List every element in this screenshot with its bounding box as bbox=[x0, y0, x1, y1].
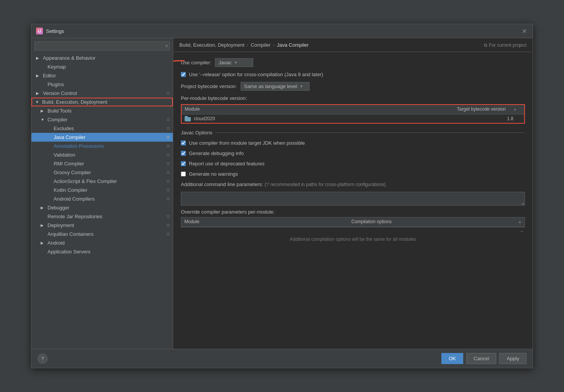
sidebar-item-android-compilers[interactable]: Android Compilers ⧉ bbox=[31, 194, 173, 203]
dropdown-arrow-icon: ▼ bbox=[234, 60, 238, 65]
copy-icon: ⧉ bbox=[167, 232, 170, 237]
release-option-checkbox[interactable] bbox=[181, 72, 186, 77]
breadcrumb-part-2: Compiler bbox=[251, 42, 271, 48]
override-controls: − bbox=[181, 228, 525, 234]
search-input[interactable] bbox=[34, 41, 170, 51]
debugging-info-checkbox[interactable] bbox=[181, 151, 186, 156]
sidebar-item-actionscript-compiler[interactable]: ActionScript & Flex Compiler ⧉ bbox=[31, 177, 173, 186]
sidebar-item-label: Deployment bbox=[48, 222, 74, 228]
additional-params-hint: ('/' recommended in paths for cross-plat… bbox=[265, 182, 386, 187]
override-table: Module Compilation options + bbox=[181, 217, 525, 227]
sidebar-item-label: ActionScript & Flex Compiler bbox=[54, 178, 117, 184]
apply-button[interactable]: Apply bbox=[499, 353, 526, 364]
module-table: Module Target bytecode version + cloud20… bbox=[181, 104, 525, 124]
override-add-button[interactable]: + bbox=[518, 219, 521, 225]
sidebar-item-arquillian[interactable]: Arquillian Containers ⧉ bbox=[31, 230, 173, 238]
sidebar-item-build-tools[interactable]: ▶ Build Tools bbox=[31, 106, 173, 115]
resize-handle: ⤡ bbox=[521, 202, 524, 206]
ok-button[interactable]: OK bbox=[441, 353, 463, 364]
sidebar-item-remote-jar[interactable]: Remote Jar Repositories ⧉ bbox=[31, 212, 173, 221]
compiler-dropdown[interactable]: Javac ▼ bbox=[215, 58, 253, 67]
sidebar-item-appearance[interactable]: ▶ Appearance & Behavior bbox=[31, 54, 173, 62]
copy-icon: ⧉ bbox=[167, 188, 170, 193]
breadcrumb-current: Java Compiler bbox=[277, 42, 309, 48]
sidebar-item-groovy-compiler[interactable]: Groovy Compiler ⧉ bbox=[31, 168, 173, 177]
arrow-icon: ▼ bbox=[41, 118, 46, 122]
report-deprecated-label: Report use of deprecated features bbox=[189, 161, 264, 167]
no-warnings-checkbox[interactable] bbox=[181, 172, 186, 176]
help-button[interactable]: ? bbox=[38, 354, 48, 364]
table-row[interactable]: cloud2020 1.8 bbox=[182, 114, 524, 123]
folder-icon bbox=[185, 116, 191, 121]
use-compiler-from-module-row: Use compiler from module target JDK when… bbox=[181, 140, 525, 146]
copy-icon: ⧉ bbox=[167, 161, 170, 166]
release-option-row: Use '--release' option for cross-compila… bbox=[181, 72, 525, 77]
sidebar-item-java-compiler[interactable]: Java Compiler ⧉ bbox=[31, 133, 173, 142]
sidebar-item-label: Plugins bbox=[48, 82, 64, 87]
table-header: Module Target bytecode version + bbox=[182, 105, 524, 114]
module-name: cloud2020 bbox=[194, 116, 215, 121]
report-deprecated-checkbox[interactable] bbox=[181, 161, 186, 166]
sidebar-item-label: RMI Compiler bbox=[54, 161, 84, 167]
col-module-header: Module bbox=[185, 106, 437, 113]
close-button[interactable]: ✕ bbox=[520, 27, 528, 35]
main-panel: Build, Execution, Deployment › Compiler … bbox=[173, 38, 533, 349]
bytecode-version-row: Project bytecode version: Same as langua… bbox=[181, 82, 525, 91]
dialog-title: Settings bbox=[46, 28, 64, 34]
sidebar-item-plugins[interactable]: Plugins bbox=[31, 80, 173, 89]
dropdown-arrow-icon: ▼ bbox=[300, 84, 303, 88]
sidebar-item-editor[interactable]: ▶ Editor bbox=[31, 71, 173, 80]
search-clear-icon[interactable]: × bbox=[165, 43, 168, 49]
additional-params-input[interactable] bbox=[181, 192, 525, 206]
sidebar-item-rmi-compiler[interactable]: RMI Compiler ⧉ bbox=[31, 159, 173, 168]
sidebar-item-annotation-processors[interactable]: Annotation Processors ⧉ bbox=[31, 142, 173, 150]
cancel-button[interactable]: Cancel bbox=[466, 353, 496, 364]
use-compiler-from-module-checkbox[interactable] bbox=[181, 140, 186, 145]
for-current-project: ⧉ For current project bbox=[484, 42, 526, 48]
sidebar-item-label: Validation bbox=[54, 152, 75, 158]
sidebar-item-compiler[interactable]: ▼ Compiler ⧉ bbox=[31, 115, 173, 124]
copy-icon: ⧉ bbox=[167, 152, 170, 157]
version-cell: 1.8 bbox=[444, 116, 521, 121]
override-col-module: Module bbox=[184, 219, 351, 225]
sidebar-item-build-exec[interactable]: ▼ Build, Execution, Deployment bbox=[31, 98, 173, 106]
additional-params-section: Additional command line parameters: ('/'… bbox=[181, 181, 525, 207]
release-option-label: Use '--release' option for cross-compila… bbox=[189, 72, 323, 77]
additional-params-header: Additional command line parameters: ('/'… bbox=[181, 181, 525, 187]
sidebar-item-android[interactable]: ▶ Android bbox=[31, 238, 173, 247]
additional-params-input-wrapper: ⤡ bbox=[181, 192, 525, 207]
table-add-button[interactable]: + bbox=[513, 106, 521, 113]
sidebar-item-label: Arquillian Containers bbox=[48, 231, 93, 237]
override-table-header: Module Compilation options + bbox=[181, 217, 525, 227]
use-compiler-row: Use compiler: Javac ▼ bbox=[181, 58, 525, 67]
sidebar-item-deployment[interactable]: ▶ Deployment ⧉ bbox=[31, 221, 173, 230]
sidebar-item-label: Build Tools bbox=[48, 108, 72, 114]
sidebar-item-label: Editor bbox=[43, 73, 56, 78]
sidebar-item-label: Excludes bbox=[54, 126, 74, 131]
settings-dialog: IJ Settings ✕ × ▶ Appearance & Behavior … bbox=[31, 24, 533, 368]
col-version-header: Target bytecode version bbox=[437, 106, 513, 113]
sidebar-item-app-servers[interactable]: Application Servers bbox=[31, 247, 173, 256]
sidebar-item-label: Debugger bbox=[48, 205, 69, 211]
no-warnings-row: Generate no warnings bbox=[181, 171, 525, 177]
sidebar-item-validation[interactable]: Validation ⧉ bbox=[31, 150, 173, 159]
sidebar-item-label: Keymap bbox=[48, 64, 66, 70]
sidebar-item-label: Remote Jar Repositories bbox=[48, 214, 102, 219]
arrow-icon: ▶ bbox=[41, 206, 46, 210]
sidebar-item-debugger[interactable]: ▶ Debugger bbox=[31, 203, 173, 212]
title-bar: IJ Settings ✕ bbox=[31, 24, 533, 38]
arrow-icon: ▶ bbox=[41, 241, 46, 245]
copy-icon: ⧉ bbox=[167, 214, 170, 219]
per-module-label: Per-module bytecode version: bbox=[181, 95, 525, 101]
override-minus-button[interactable]: − bbox=[519, 228, 525, 234]
override-label: Override compiler parameters per-module: bbox=[181, 209, 525, 215]
bytecode-version-dropdown[interactable]: Same as language level ▼ bbox=[241, 82, 310, 91]
title-bar-left: IJ Settings bbox=[36, 28, 64, 34]
sidebar-item-keymap[interactable]: Keymap bbox=[31, 62, 173, 71]
sidebar-item-excludes[interactable]: Excludes ⧉ bbox=[31, 124, 173, 133]
sidebar-item-kotlin-compiler[interactable]: Kotlin Compiler ⧉ bbox=[31, 186, 173, 194]
sidebar-item-label: Version Control bbox=[43, 90, 77, 96]
sidebar-item-version-control[interactable]: ▶ Version Control ⧉ bbox=[31, 89, 173, 98]
bytecode-version-value: Same as language level bbox=[244, 83, 297, 89]
module-cell: cloud2020 bbox=[185, 116, 444, 121]
